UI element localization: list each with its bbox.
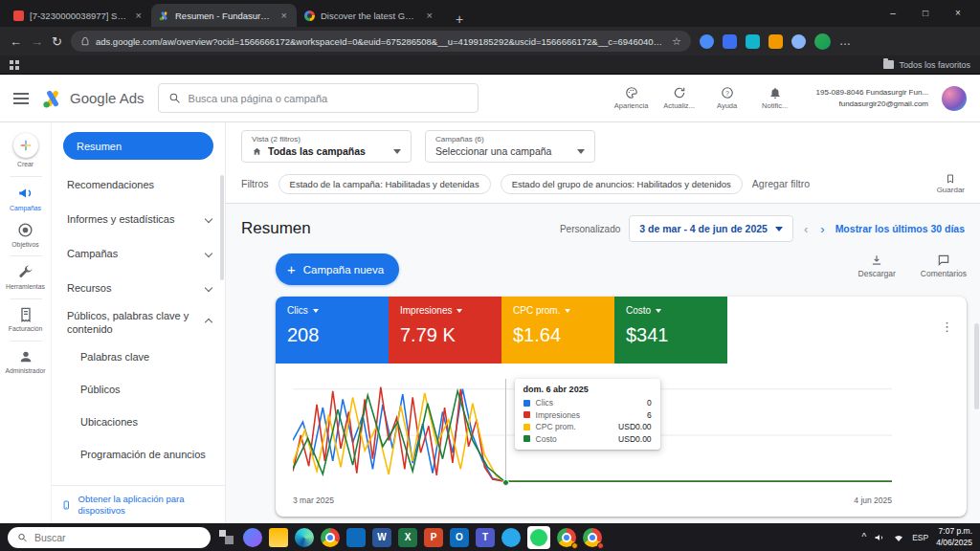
rail-item-facturacion[interactable]: Facturación bbox=[0, 302, 51, 338]
sidebar-item-campanas[interactable]: Campañas bbox=[52, 236, 225, 271]
filter-chip-campaign-status[interactable]: Estado de la campaña: Habilitadas y dete… bbox=[278, 174, 491, 194]
show-last-30-days-link[interactable]: Mostrar los últimos 30 días bbox=[835, 223, 965, 234]
rail-item-objetivos[interactable]: Objetivos bbox=[0, 217, 51, 253]
browser-profile-avatar[interactable] bbox=[814, 33, 831, 50]
tooltip-date: dom. 6 abr 2025 bbox=[523, 385, 652, 394]
save-button[interactable]: Guardar bbox=[937, 173, 965, 194]
word-icon[interactable]: W bbox=[372, 528, 391, 547]
refresh-button[interactable]: Actualiz... bbox=[657, 86, 702, 110]
sidebar-subitem-programacion[interactable]: Programación de anuncios bbox=[52, 438, 225, 471]
excel-icon[interactable]: X bbox=[398, 528, 417, 547]
performance-chart[interactable]: dom. 6 abr 2025 Clics 0 Impresiones 6 bbox=[293, 379, 892, 492]
network-icon[interactable] bbox=[893, 532, 904, 543]
url-field[interactable]: ads.google.com/aw/overview?ocid=15666661… bbox=[71, 31, 691, 52]
tooltip-label: CPC prom. bbox=[536, 422, 576, 431]
metric-cpc[interactable]: CPC prom. $1.64 bbox=[501, 297, 614, 364]
task-view-icon[interactable] bbox=[217, 528, 236, 547]
cast-extension-icon[interactable] bbox=[700, 34, 714, 49]
metric-clics[interactable]: Clics 208 bbox=[276, 297, 389, 364]
powerpoint-icon[interactable]: P bbox=[424, 528, 443, 547]
comments-button[interactable]: Comentarios bbox=[921, 253, 967, 278]
whatsapp-active-icon[interactable] bbox=[527, 526, 550, 549]
edge-browser-icon[interactable] bbox=[295, 528, 314, 547]
tab2-close-icon[interactable]: × bbox=[279, 10, 289, 21]
extension-icon-4[interactable] bbox=[791, 34, 806, 49]
metric-impresiones[interactable]: Impresiones 7.79 K bbox=[389, 297, 501, 364]
sidebar-scrollbar[interactable] bbox=[220, 175, 224, 280]
new-tab-button[interactable]: + bbox=[450, 11, 469, 27]
system-tray: ^ ESP 7:07 p.m. 4/06/2025 bbox=[861, 526, 972, 547]
refresh-circular-icon bbox=[673, 86, 686, 99]
campaign-select-dropdown[interactable]: Campañas (6) Seleccionar una campaña bbox=[425, 130, 595, 163]
forward-icon[interactable]: → bbox=[31, 35, 43, 48]
rail-item-campanas[interactable]: Campañas bbox=[0, 180, 51, 217]
url-text[interactable]: ads.google.com/aw/overview?ocid=15666661… bbox=[96, 36, 666, 47]
filter-chip-adgroup-status[interactable]: Estado del grupo de anuncios: Habilitado… bbox=[501, 174, 743, 194]
sidebar-item-resumen-selected[interactable]: Resumen bbox=[63, 132, 213, 160]
impresiones-swatch bbox=[523, 411, 530, 418]
hidden-icons-chevron[interactable]: ^ bbox=[861, 532, 866, 542]
download-button[interactable]: Descargar bbox=[858, 253, 896, 278]
rail-item-administrador[interactable]: Administrador bbox=[0, 344, 51, 380]
browser-menu-icon[interactable]: … bbox=[839, 34, 852, 48]
browser-tab-2-active[interactable]: Resumen - Fundasurgir Fundac × bbox=[151, 4, 297, 27]
teams-icon[interactable]: T bbox=[476, 528, 495, 547]
volume-icon[interactable] bbox=[874, 532, 885, 543]
hamburger-menu-icon[interactable] bbox=[13, 93, 29, 104]
appearance-button[interactable]: Apariencia bbox=[610, 86, 654, 110]
back-icon[interactable]: ← bbox=[10, 35, 22, 48]
rail-item-crear[interactable]: Crear bbox=[0, 128, 51, 173]
minimize-button[interactable]: – bbox=[877, 0, 909, 25]
microsoft-store-icon[interactable] bbox=[346, 528, 366, 547]
get-mobile-app-link[interactable]: Obtener la aplicación para dispositivos bbox=[52, 485, 225, 523]
rail-item-herramientas[interactable]: Herramientas bbox=[0, 259, 51, 296]
file-explorer-icon[interactable] bbox=[269, 528, 288, 547]
telegram-icon[interactable] bbox=[501, 528, 521, 547]
sidebar-item-recursos[interactable]: Recursos bbox=[52, 271, 225, 305]
sidebar-item-publicos-grupo[interactable]: Públicos, palabras clave y contenido bbox=[52, 305, 225, 341]
chrome-window-3-icon[interactable] bbox=[583, 528, 602, 547]
chart-tooltip: dom. 6 abr 2025 Clics 0 Impresiones 6 bbox=[515, 379, 660, 450]
prev-period-button[interactable]: ‹ bbox=[802, 222, 810, 236]
header-search-input[interactable] bbox=[189, 93, 468, 104]
taskbar-search-input[interactable] bbox=[34, 532, 201, 543]
extension-icon-1[interactable] bbox=[723, 34, 737, 49]
view-filter-dropdown[interactable]: Vista (2 filtros) Todas las campañas bbox=[241, 130, 412, 163]
browser-tab-3[interactable]: Discover the latest Google Ads × bbox=[297, 4, 442, 27]
widgets-icon[interactable] bbox=[243, 528, 262, 547]
extension-icon-2[interactable] bbox=[746, 34, 760, 49]
tab3-close-icon[interactable]: × bbox=[425, 10, 434, 21]
card-menu-icon[interactable]: ⋮ bbox=[941, 320, 953, 334]
date-range-picker[interactable]: 3 de mar - 4 de jun de 2025 bbox=[629, 215, 793, 242]
sidebar-item-informes[interactable]: Informes y estadísticas bbox=[52, 202, 225, 236]
main-scrollbar[interactable] bbox=[974, 323, 979, 409]
next-period-button[interactable]: › bbox=[818, 222, 826, 236]
chrome-browser-icon[interactable] bbox=[321, 528, 340, 547]
metric-costo[interactable]: Costo $341 bbox=[614, 297, 727, 364]
maximize-button[interactable]: □ bbox=[909, 0, 942, 25]
tab1-close-icon[interactable]: × bbox=[134, 10, 144, 21]
add-filter-button[interactable]: Agregar filtro bbox=[752, 178, 810, 189]
user-avatar[interactable] bbox=[942, 86, 967, 111]
header-search-box[interactable] bbox=[158, 83, 479, 113]
sidebar-sublabel: Públicos bbox=[80, 384, 121, 395]
sidebar-item-recomendaciones[interactable]: Recomendaciones bbox=[52, 167, 225, 202]
sidebar-subitem-publicos[interactable]: Públicos bbox=[52, 373, 225, 406]
all-favorites[interactable]: Todos los favoritos bbox=[883, 60, 970, 70]
chrome-window-2-icon[interactable] bbox=[557, 528, 576, 547]
sidebar-subitem-ubicaciones[interactable]: Ubicaciones bbox=[52, 406, 225, 438]
taskbar-search-box[interactable] bbox=[8, 527, 211, 548]
sidebar-subitem-palabras-clave[interactable]: Palabras clave bbox=[52, 341, 225, 373]
refresh-icon[interactable]: ↻ bbox=[52, 35, 62, 48]
new-campaign-button[interactable]: + Campaña nueva bbox=[276, 253, 399, 285]
bookmark-star-icon[interactable]: ☆ bbox=[672, 35, 681, 48]
window-close-button[interactable]: × bbox=[942, 0, 974, 25]
outlook-icon[interactable]: O bbox=[450, 528, 469, 547]
notifications-button[interactable]: Notific... bbox=[753, 86, 797, 110]
taskbar-clock[interactable]: 7:07 p.m. 4/06/2025 bbox=[936, 526, 972, 547]
browser-tab-1[interactable]: [7-3230000038977] Solicitud d × bbox=[6, 4, 151, 27]
keyboard-language[interactable]: ESP bbox=[912, 533, 928, 542]
apps-grid-icon[interactable] bbox=[10, 60, 19, 70]
extension-icon-3[interactable] bbox=[768, 34, 783, 49]
help-button[interactable]: ? Ayuda bbox=[705, 86, 749, 110]
